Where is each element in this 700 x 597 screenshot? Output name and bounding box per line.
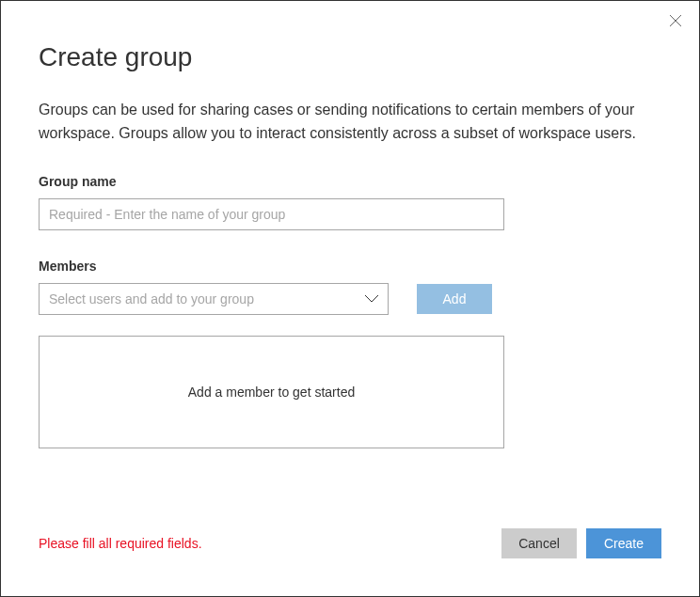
members-select[interactable]: Select users and add to your group [39, 283, 389, 315]
close-icon [669, 14, 682, 27]
dialog-title: Create group [39, 42, 661, 72]
members-select-display: Select users and add to your group [39, 283, 389, 315]
close-button[interactable] [669, 14, 684, 29]
add-member-button[interactable]: Add [417, 284, 492, 314]
members-section: Members Select users and add to your gro… [39, 259, 661, 448]
create-group-dialog: Create group Groups can be used for shar… [0, 0, 700, 597]
footer-buttons: Cancel Create [501, 528, 661, 558]
members-row: Select users and add to your group Add [39, 283, 661, 315]
members-empty-text: Add a member to get started [188, 385, 355, 400]
members-label: Members [39, 259, 661, 274]
members-list-box: Add a member to get started [39, 336, 504, 448]
group-name-section: Group name [39, 174, 661, 230]
group-name-input[interactable] [39, 198, 504, 230]
cancel-button[interactable]: Cancel [501, 528, 577, 558]
validation-error-text: Please fill all required fields. [39, 536, 202, 551]
group-name-label: Group name [39, 174, 661, 189]
dialog-footer: Please fill all required fields. Cancel … [39, 528, 661, 558]
create-button[interactable]: Create [586, 528, 661, 558]
dialog-description: Groups can be used for sharing cases or … [39, 99, 661, 146]
